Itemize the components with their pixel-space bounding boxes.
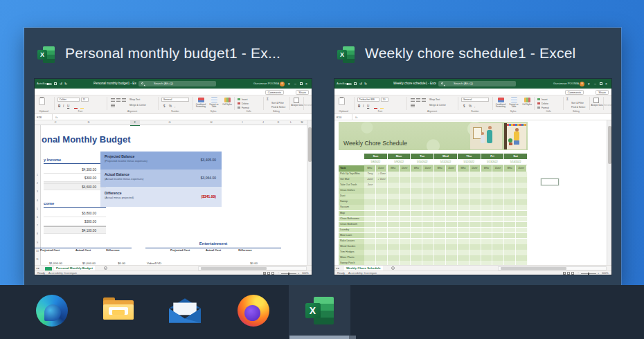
align-left-icon[interactable] <box>111 98 115 102</box>
chore-cells[interactable] <box>364 217 528 222</box>
comma-icon[interactable]: , <box>474 104 475 108</box>
cells-button-label[interactable]: Delete <box>542 102 548 105</box>
chore-cells[interactable] <box>364 199 528 205</box>
chore-row[interactable]: Water Plants <box>339 255 528 261</box>
accessibility-status[interactable]: Accessibility: Investigate <box>348 271 377 275</box>
column-header[interactable]: L <box>286 120 296 125</box>
task-label[interactable]: Take Out Trash <box>339 183 364 188</box>
task-label[interactable]: Mop <box>339 211 364 217</box>
name-box[interactable]: K10 <box>334 114 352 120</box>
day-date[interactable]: 5/10/2022 <box>411 159 433 165</box>
zoom-level[interactable]: 100% <box>602 271 609 275</box>
cells-button-label[interactable]: Format <box>542 107 549 109</box>
formula-bar[interactable]: F28 fx <box>35 114 312 120</box>
vertical-scrollbar[interactable] <box>307 120 312 265</box>
column-header[interactable]: D <box>84 120 93 125</box>
task-label[interactable]: Clean Bedroom <box>339 222 364 228</box>
analyze-data-icon[interactable] <box>593 98 599 103</box>
column-header[interactable]: F <box>130 120 140 126</box>
column-header[interactable]: G <box>165 120 175 125</box>
chore-cells[interactable] <box>364 255 528 261</box>
styles-icon[interactable] <box>498 98 504 102</box>
styles-button-label[interactable]: Cell Styles <box>521 104 533 106</box>
font-size-select[interactable]: 11 <box>81 98 89 102</box>
cells-button-label[interactable]: Insert <box>542 98 547 101</box>
styles-button-label[interactable]: Cell Styles <box>221 104 233 106</box>
taskbar-file-explorer-button[interactable] <box>102 285 134 336</box>
undo-icon[interactable]: ↺ <box>359 79 362 89</box>
fill-color-swatch[interactable] <box>80 108 84 109</box>
maximize-button[interactable] <box>300 82 303 85</box>
row-number[interactable]: 4 <box>35 199 40 202</box>
fill-color-swatch[interactable] <box>380 108 384 109</box>
italic-button[interactable]: I <box>363 104 364 108</box>
task-label[interactable]: Laundry <box>339 228 364 233</box>
zoom-slider-thumb[interactable] <box>288 273 289 275</box>
row-number[interactable]: 2 <box>35 182 40 185</box>
task-label[interactable]: Clean Bathrooms <box>339 217 364 222</box>
cells-button-label[interactable]: Format <box>242 107 249 109</box>
analyze-data-icon[interactable] <box>294 98 299 103</box>
task-label[interactable]: Mow Lawn <box>339 233 364 239</box>
taskbar-excel-button[interactable]: X <box>289 285 350 336</box>
horizontal-scroll-thumb[interactable] <box>201 267 267 270</box>
zoom-in-button[interactable]: + <box>298 271 299 275</box>
row-number[interactable]: 8 <box>35 232 40 235</box>
task-label[interactable]: Sweep <box>339 199 364 205</box>
share-button[interactable]: Share <box>296 90 309 95</box>
autosum-icon[interactable]: Σ <box>267 98 269 101</box>
italic-button[interactable]: I <box>63 104 64 108</box>
underline-button[interactable]: U <box>367 104 369 108</box>
sort-filter-button[interactable]: Sort & Filter <box>271 102 284 104</box>
font-size-select[interactable]: 10 <box>381 98 388 102</box>
day-date[interactable]: 5/12/2022 <box>458 159 481 165</box>
preview-card-chore-schedule[interactable]: X Weekly chore schedule1 - Excel AutoSav… <box>334 33 611 280</box>
zoom-level[interactable]: 100% <box>302 271 309 275</box>
chore-row[interactable]: Sweep <box>339 199 528 205</box>
chore-cells[interactable] <box>364 239 528 244</box>
taskbar-firefox-button[interactable] <box>238 285 269 336</box>
cells-icon[interactable] <box>238 107 240 109</box>
chore-cells[interactable] <box>364 172 528 177</box>
chore-row[interactable]: Mop <box>339 211 528 217</box>
excel-window-preview-chore[interactable]: AutoSave ↺ ↻ Weekly chore schedule1 - Ex… <box>334 79 611 275</box>
accessibility-status[interactable]: Accessibility: Investigate <box>48 271 77 275</box>
vertical-scroll-thumb[interactable] <box>308 127 312 162</box>
chore-row[interactable]: Clean Bathrooms <box>339 217 528 222</box>
number-format-select[interactable]: General <box>461 98 489 102</box>
task-label[interactable]: Water Plants <box>339 255 364 261</box>
vertical-scrollbar[interactable] <box>607 120 611 265</box>
comments-button[interactable]: Comments <box>565 90 584 95</box>
maximize-button[interactable] <box>600 82 602 85</box>
close-button[interactable]: × <box>605 79 607 89</box>
comments-button[interactable]: Comments <box>265 90 284 95</box>
close-button[interactable]: × <box>305 79 307 89</box>
day-header[interactable]: Sun <box>364 154 387 159</box>
merge-center-button[interactable]: Merge & Center <box>129 104 146 107</box>
chore-cells[interactable] <box>364 211 528 217</box>
row-number[interactable]: 9 <box>35 241 40 244</box>
cells-icon[interactable] <box>537 107 540 109</box>
font-color-swatch[interactable] <box>374 108 377 109</box>
save-icon[interactable] <box>54 82 57 86</box>
redo-icon[interactable]: ↻ <box>364 79 367 89</box>
paste-button[interactable] <box>39 98 45 105</box>
minimize-button[interactable]: – <box>594 79 596 89</box>
excel-window-preview-budget[interactable]: AutoSave ↺ ↻ Personal monthly budget1 - … <box>35 79 312 275</box>
zoom-out-button[interactable]: − <box>578 271 579 275</box>
percent-icon[interactable]: % <box>469 104 472 108</box>
summary-row[interactable]: Actual Balance (Actual income minus expe… <box>100 170 222 187</box>
wrap-text-button[interactable]: Wrap Text <box>129 98 140 101</box>
chore-cells[interactable] <box>364 233 528 239</box>
page-layout-view-icon[interactable] <box>267 272 270 275</box>
save-icon[interactable] <box>354 82 357 86</box>
font-color-swatch[interactable] <box>74 108 78 109</box>
styles-button-label[interactable]: Format as Table <box>508 104 520 108</box>
task-label[interactable]: Dust <box>339 194 364 199</box>
day-header[interactable]: Tue <box>411 154 433 159</box>
cells-icon[interactable] <box>537 102 540 105</box>
chore-cells[interactable] <box>364 188 528 194</box>
day-date[interactable]: 5/9/2022 <box>388 159 411 165</box>
cells-icon[interactable] <box>537 98 540 101</box>
row-number[interactable]: 6 <box>35 216 40 219</box>
